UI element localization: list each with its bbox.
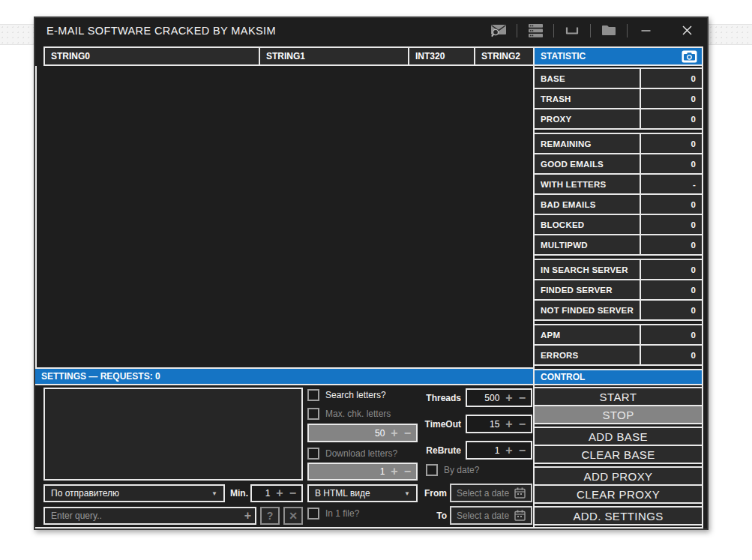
settings-header: SETTINGS — REQUESTS: 0 bbox=[35, 369, 535, 385]
minus-icon[interactable]: − bbox=[289, 487, 296, 499]
settings-panel: По отправителю ▼ Min. 1 + − + ? ✕ Search… bbox=[35, 385, 535, 529]
minus-icon[interactable]: − bbox=[404, 427, 411, 439]
add-settings-button[interactable]: ADD. SETTINGS bbox=[535, 508, 702, 524]
client-area: STRING0 STRING1 INT320 STRING2 SETTINGS … bbox=[35, 43, 707, 529]
start-button[interactable]: START bbox=[535, 388, 702, 405]
statistic-group: APM0 ERRORS0 bbox=[535, 324, 702, 366]
query-input-wrap: + bbox=[43, 507, 256, 525]
download-letters-row: Download letters? bbox=[307, 448, 397, 460]
statistic-group: BASE0 TRASH0 PROXY0 bbox=[535, 67, 702, 130]
column-header-string1[interactable]: STRING1 bbox=[260, 48, 408, 64]
stat-row: BAD EMAILS0 bbox=[535, 195, 702, 214]
stat-label: PROXY bbox=[535, 109, 640, 128]
search-letters-checkbox[interactable] bbox=[307, 389, 319, 401]
stat-value: 0 bbox=[641, 260, 702, 279]
control-header: CONTROL bbox=[535, 369, 702, 385]
camera-icon[interactable] bbox=[682, 50, 697, 63]
download-letters-checkbox[interactable] bbox=[307, 448, 319, 460]
download-count-stepper[interactable]: 1 + − bbox=[307, 463, 418, 481]
format-dropdown[interactable]: В HTML виде ▼ bbox=[307, 484, 418, 502]
remove-query-button[interactable]: ✕ bbox=[283, 507, 303, 525]
query-input[interactable] bbox=[43, 507, 256, 525]
stat-value: 0 bbox=[641, 325, 702, 344]
grid-header-row: STRING0 STRING1 INT320 STRING2 bbox=[43, 46, 535, 66]
plus-icon[interactable]: + bbox=[391, 466, 397, 478]
mail-search-icon[interactable] bbox=[489, 22, 508, 39]
from-date-picker[interactable]: Select a date bbox=[450, 484, 532, 502]
min-stepper[interactable]: 1 + − bbox=[250, 484, 303, 502]
max-chk-letters-checkbox[interactable] bbox=[307, 408, 319, 420]
by-date-checkbox[interactable] bbox=[426, 464, 438, 476]
calendar-icon[interactable] bbox=[514, 487, 526, 499]
stat-value: 0 bbox=[641, 301, 702, 319]
column-header-string2[interactable]: STRING2 bbox=[475, 48, 533, 64]
download-count-value: 1 bbox=[380, 466, 385, 477]
minus-icon[interactable]: − bbox=[519, 445, 526, 457]
titlebar-separator bbox=[627, 24, 628, 37]
control-group: START STOP bbox=[535, 387, 702, 424]
plus-icon[interactable]: + bbox=[276, 487, 283, 499]
column-header-int320[interactable]: INT320 bbox=[409, 48, 474, 64]
minus-icon[interactable]: − bbox=[519, 418, 526, 430]
stat-row: IN SEARCH SERVER0 bbox=[535, 260, 702, 279]
titlebar-separator bbox=[517, 24, 517, 37]
clear-base-button[interactable]: CLEAR BASE bbox=[535, 446, 702, 463]
threads-label: Threads bbox=[413, 388, 461, 407]
help-button[interactable]: ? bbox=[260, 507, 280, 525]
to-date-picker[interactable]: Select a date bbox=[450, 506, 532, 525]
stat-label: BAD EMAILS bbox=[535, 195, 640, 214]
stat-label: TRASH bbox=[535, 89, 640, 108]
minus-icon[interactable]: − bbox=[404, 466, 411, 478]
stat-value: 0 bbox=[641, 154, 702, 173]
rebrute-stepper[interactable]: 1 + − bbox=[466, 441, 532, 460]
search-letters-row: Search letters? bbox=[307, 389, 386, 401]
add-proxy-button[interactable]: ADD PROXY bbox=[535, 468, 702, 484]
stat-row: ERRORS0 bbox=[535, 346, 702, 364]
close-button[interactable] bbox=[677, 22, 697, 39]
minimize-button[interactable] bbox=[636, 22, 655, 39]
download-letters-label: Download letters? bbox=[325, 448, 397, 459]
stat-value: 0 bbox=[641, 69, 702, 88]
server-list-icon[interactable] bbox=[526, 22, 545, 39]
threads-stepper[interactable]: 500 + − bbox=[466, 388, 532, 407]
to-date-placeholder: Select a date bbox=[457, 511, 509, 521]
stat-label: REMAINING bbox=[535, 134, 640, 153]
column-header-string0[interactable]: STRING0 bbox=[45, 48, 259, 64]
plus-icon[interactable]: + bbox=[505, 445, 512, 457]
sender-filter-dropdown[interactable]: По отправителю ▼ bbox=[43, 484, 225, 502]
requests-listbox[interactable] bbox=[43, 388, 303, 481]
add-base-button[interactable]: ADD BASE bbox=[535, 428, 702, 445]
stat-row: APM0 bbox=[535, 325, 702, 344]
stat-label: BLOCKED bbox=[535, 215, 640, 234]
stat-label: BASE bbox=[535, 69, 640, 88]
plus-icon[interactable]: + bbox=[391, 427, 397, 439]
control-group: ADD PROXY CLEAR PROXY bbox=[535, 466, 702, 504]
folder-icon[interactable] bbox=[599, 22, 619, 39]
calendar-icon[interactable] bbox=[514, 510, 526, 521]
stat-row: BASE0 bbox=[535, 69, 702, 88]
grid-body[interactable] bbox=[35, 66, 535, 369]
max-chk-letters-row: Max. chk. letters bbox=[307, 408, 391, 420]
stat-label: IN SEARCH SERVER bbox=[535, 260, 640, 279]
plus-icon[interactable]: + bbox=[505, 418, 512, 430]
in-one-file-checkbox[interactable] bbox=[307, 508, 319, 520]
plus-icon[interactable]: + bbox=[505, 392, 512, 404]
stat-label: GOOD EMAILS bbox=[535, 154, 640, 173]
stat-label: APM bbox=[535, 325, 640, 344]
clear-proxy-button[interactable]: CLEAR PROXY bbox=[535, 486, 702, 502]
in-one-file-row: In 1 file? bbox=[307, 508, 359, 520]
tray-icon[interactable] bbox=[562, 22, 582, 39]
add-query-icon[interactable]: + bbox=[244, 509, 251, 523]
from-date-placeholder: Select a date bbox=[457, 488, 509, 499]
stop-button[interactable]: STOP bbox=[535, 406, 702, 423]
to-label: To bbox=[410, 506, 447, 525]
stat-row: TRASH0 bbox=[535, 89, 702, 108]
timeout-stepper[interactable]: 15 + − bbox=[466, 415, 532, 433]
stat-label: WITH LETTERS bbox=[535, 175, 640, 193]
max-letters-stepper[interactable]: 50 + − bbox=[307, 424, 418, 442]
minus-icon[interactable]: − bbox=[519, 392, 526, 404]
statistic-header: STATISTIC bbox=[535, 46, 702, 66]
control-group: ADD BASE CLEAR BASE bbox=[535, 427, 702, 464]
titlebar[interactable]: E-MAIL SOFTWARE CRACKED BY MAKSIM bbox=[35, 18, 707, 43]
stat-value: - bbox=[641, 175, 702, 193]
